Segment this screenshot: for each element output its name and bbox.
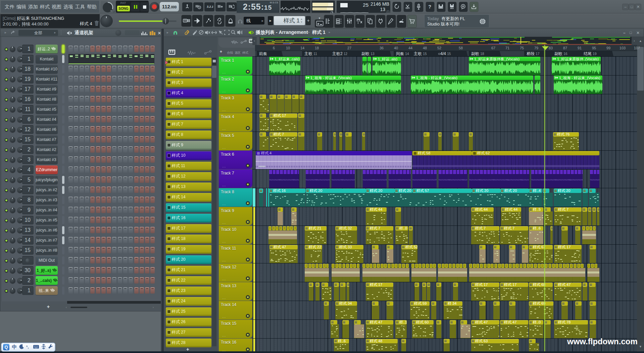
svg-text:?: ? bbox=[428, 4, 431, 9]
svg-text:3.2.1: 3.2.1 bbox=[207, 5, 213, 8]
